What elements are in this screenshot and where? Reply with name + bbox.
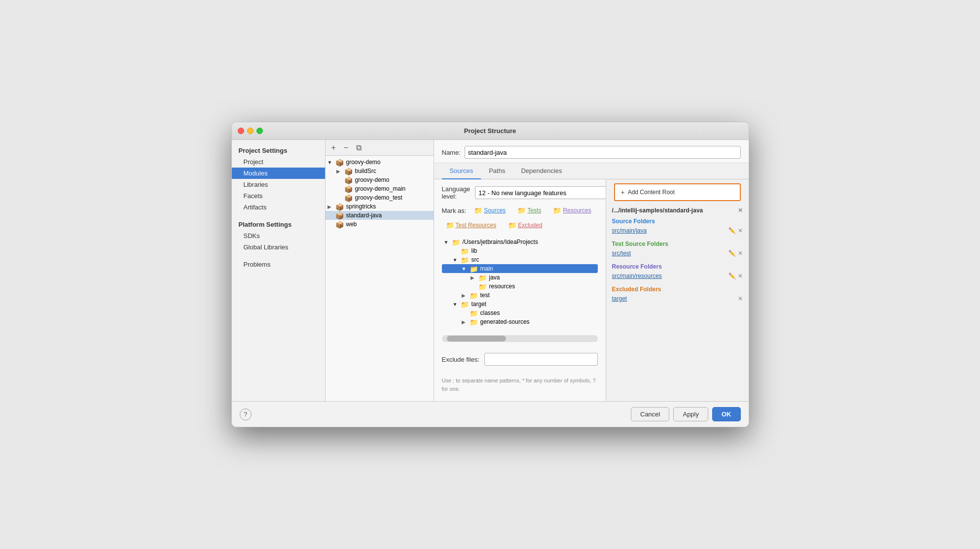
label-test: test: [480, 292, 490, 299]
file-node-resources[interactable]: ▶ 📁 resources: [442, 282, 598, 291]
mark-as-resources-button[interactable]: 📁 Resources: [549, 205, 595, 216]
sources-folder-icon: 📁: [474, 206, 482, 214]
test-folder-actions-0: ✏️ ✕: [728, 250, 743, 257]
arrow-main: ▼: [462, 266, 470, 272]
project-settings-heading: Project Settings: [232, 145, 325, 156]
sidebar-item-global-libraries[interactable]: Global Libraries: [232, 241, 325, 253]
file-node-target[interactable]: ▼ 📁 target: [442, 300, 598, 309]
mark-as-excluded-button[interactable]: 📁 Excluded: [504, 220, 546, 231]
edit-resource-folder-0-button[interactable]: ✏️: [728, 273, 736, 279]
mark-as-row: Mark as: 📁 Sources 📁 Tests 📁 Resources: [442, 205, 598, 231]
name-row: Name:: [434, 140, 749, 163]
edit-test-folder-0-button[interactable]: ✏️: [728, 250, 736, 257]
tests-folder-icon: 📁: [517, 206, 526, 214]
add-content-root-button[interactable]: + Add Content Root: [614, 183, 741, 201]
source-folder-path-0[interactable]: src/main/java: [612, 227, 647, 234]
tree-node-buildSrc[interactable]: ▶ 📦 buildSrc: [326, 167, 434, 175]
tree-node-groovy-demo-main[interactable]: ▶ 📦 groovy-demo_main: [326, 184, 434, 193]
test-folder-path-0[interactable]: src/test: [612, 250, 631, 257]
excluded-folders-title: Excluded Folders: [612, 286, 743, 293]
icon-idea-projects: 📁: [452, 239, 461, 245]
file-node-lib[interactable]: ▶ 📁 lib: [442, 246, 598, 255]
sidebar-item-facets[interactable]: Facets: [232, 190, 325, 202]
excluded-folder-entry-0: target ✕: [612, 295, 743, 303]
ok-button[interactable]: OK: [712, 407, 741, 421]
mark-as-sources-button[interactable]: 📁 Sources: [470, 205, 509, 216]
name-label: Name:: [442, 149, 461, 156]
platform-settings-heading: Platform Settings: [232, 219, 325, 230]
folder-icon-buildSrc: 📦: [344, 168, 353, 174]
tabs-row: Sources Paths Dependencies: [434, 163, 749, 179]
tab-paths[interactable]: Paths: [481, 163, 513, 179]
add-module-button[interactable]: +: [329, 142, 338, 153]
horizontal-scrollbar[interactable]: [442, 335, 598, 342]
excluded-folder-actions-0: ✕: [738, 295, 743, 302]
language-level-select[interactable]: 12 - No new language features 8 - Lambda…: [475, 186, 605, 199]
remove-excluded-folder-0-button[interactable]: ✕: [738, 295, 743, 302]
file-node-java[interactable]: ▶ 📁 java: [442, 273, 598, 282]
icon-classes: 📁: [470, 309, 478, 316]
tree-label-buildSrc: buildSrc: [355, 168, 376, 174]
tree-label-groovy-demo-leaf: groovy-demo: [355, 176, 390, 183]
tree-node-groovy-demo[interactable]: ▼ 📦 groovy-demo: [326, 158, 434, 167]
module-tree-panel: + − ⧉ ▼ 📦 groovy-demo ▶ 📦 buildSrc: [326, 140, 434, 401]
cancel-button[interactable]: Cancel: [631, 407, 669, 421]
mark-as-tests-button[interactable]: 📁 Tests: [513, 205, 545, 216]
close-button[interactable]: [238, 128, 244, 134]
tree-arrow-springtricks: ▶: [327, 204, 335, 209]
file-node-idea-projects[interactable]: ▼ 📁 /Users/jetbrains/IdeaProjects: [442, 238, 598, 246]
file-node-generated-sources[interactable]: ▶ 📁 generated-sources: [442, 317, 598, 326]
scrollbar-thumb: [447, 336, 506, 342]
file-node-test[interactable]: ▶ 📁 test: [442, 291, 598, 300]
copy-module-button[interactable]: ⧉: [354, 142, 363, 153]
source-folder-actions-0: ✏️ ✕: [728, 227, 743, 234]
help-button[interactable]: ?: [240, 409, 252, 420]
sidebar-item-artifacts[interactable]: Artifacts: [232, 202, 325, 213]
excluded-folders-section: Excluded Folders target ✕: [606, 284, 749, 307]
remove-resource-folder-0-button[interactable]: ✕: [738, 273, 743, 279]
folder-icon-groovy-demo: 📦: [335, 159, 344, 166]
exclude-files-input[interactable]: [484, 353, 597, 366]
label-idea-projects: /Users/jetbrains/IdeaProjects: [463, 239, 538, 245]
bottom-actions: Cancel Apply OK: [631, 407, 741, 421]
source-folders-title: Source Folders: [612, 218, 743, 225]
tab-sources[interactable]: Sources: [442, 163, 481, 179]
sidebar-item-problems[interactable]: Problems: [232, 259, 325, 270]
remove-content-root-button[interactable]: ✕: [738, 207, 743, 214]
apply-button[interactable]: Apply: [673, 407, 708, 421]
remove-test-folder-0-button[interactable]: ✕: [738, 250, 743, 257]
module-name-input[interactable]: [465, 146, 741, 159]
add-plus-icon: +: [621, 188, 625, 196]
maximize-button[interactable]: [256, 128, 263, 134]
sidebar-item-modules[interactable]: Modules: [232, 168, 325, 179]
minimize-button[interactable]: [247, 128, 254, 134]
edit-source-folder-0-button[interactable]: ✏️: [728, 227, 736, 234]
label-lib: lib: [472, 247, 477, 254]
remove-module-button[interactable]: −: [342, 142, 350, 153]
source-folder-entry-0: src/main/java ✏️ ✕: [612, 227, 743, 235]
language-level-row: Language level: 12 - No new language fea…: [442, 185, 598, 200]
remove-source-folder-0-button[interactable]: ✕: [738, 227, 743, 234]
mark-as-test-resources-button[interactable]: 📁 Test Resources: [442, 220, 501, 231]
tree-node-groovy-demo-test[interactable]: ▶ 📦 groovy-demo_test: [326, 193, 434, 202]
sidebar-item-sdks[interactable]: SDKs: [232, 230, 325, 241]
file-node-classes[interactable]: ▶ 📁 classes: [442, 309, 598, 317]
resource-folders-title: Resource Folders: [612, 263, 743, 270]
exclude-files-label: Exclude files:: [442, 356, 480, 363]
icon-src: 📁: [461, 256, 470, 263]
file-node-main[interactable]: ▼ 📁 main: [442, 264, 598, 273]
tree-label-springtricks: springtricks: [346, 203, 376, 210]
resource-folder-path-0[interactable]: src/main/resources: [612, 273, 662, 279]
tree-node-standard-java[interactable]: ▶ 📦 standard-java: [326, 211, 434, 220]
tree-node-springtricks[interactable]: ▶ 📦 springtricks: [326, 202, 434, 211]
tree-node-web[interactable]: ▶ 📦 web: [326, 220, 434, 229]
sidebar-item-libraries[interactable]: Libraries: [232, 179, 325, 190]
icon-target: 📁: [461, 301, 470, 308]
sidebar-item-project[interactable]: Project: [232, 156, 325, 168]
icon-lib: 📁: [461, 247, 470, 254]
icon-resources: 📁: [478, 283, 487, 290]
excluded-folder-path-0[interactable]: target: [612, 295, 627, 302]
file-node-src[interactable]: ▼ 📁 src: [442, 255, 598, 264]
tree-node-groovy-demo-leaf[interactable]: ▶ 📦 groovy-demo: [326, 175, 434, 184]
tab-dependencies[interactable]: Dependencies: [513, 163, 570, 179]
